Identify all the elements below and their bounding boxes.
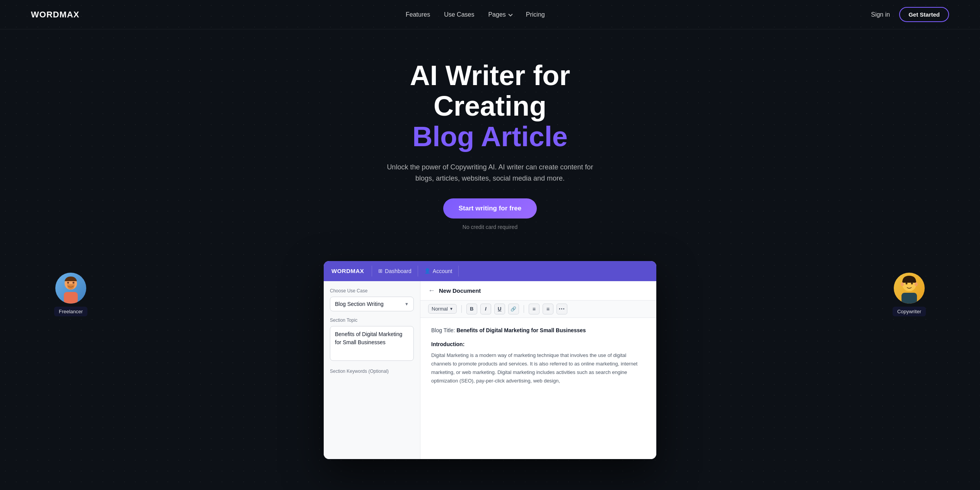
blog-title-line: Blog Title: Benefits of Digital Marketin… <box>431 327 645 333</box>
back-arrow-icon[interactable]: ← <box>428 287 435 295</box>
app-window: WORDMAX ⊞ Dashboard 👤 Account Choose Use… <box>324 261 656 459</box>
intro-heading: Introduction: <box>431 341 645 347</box>
keywords-label: Section Keywords (Optional) <box>330 369 414 374</box>
nav-item-pages[interactable]: Pages <box>488 11 512 18</box>
hero-title: AI Writer for Creating Blog Article <box>355 60 625 152</box>
dashboard-icon: ⊞ <box>378 268 382 274</box>
nav-item-usecases[interactable]: Use Cases <box>444 11 474 18</box>
avatar-freelancer-image <box>55 273 86 304</box>
app-sidebar: Choose Use Case Blog Section Writing ▼ S… <box>324 281 420 459</box>
chevron-down-icon <box>508 12 512 16</box>
editor-content: Blog Title: Benefits of Digital Marketin… <box>420 318 656 459</box>
topic-textarea[interactable]: Benefits of Digital Marketing for Small … <box>330 326 414 361</box>
topbar-dashboard[interactable]: ⊞ Dashboard <box>372 266 418 277</box>
app-logo: WORDMAX <box>331 268 364 274</box>
get-started-button[interactable]: Get Started <box>899 7 949 22</box>
navbar: WORDMAX Features Use Cases Pages Pricing… <box>0 0 980 29</box>
avatar-copywriter-image <box>894 273 925 304</box>
freelancer-avatar-svg <box>55 273 86 304</box>
intro-text: Digital Marketing is a modern way of mar… <box>431 351 645 385</box>
more-options-button[interactable]: ⋯ <box>557 304 567 314</box>
use-case-select[interactable]: Blog Section Writing ▼ <box>330 297 414 311</box>
app-topbar: WORDMAX ⊞ Dashboard 👤 Account <box>324 261 656 281</box>
unordered-list-button[interactable]: ≡ <box>543 304 553 314</box>
italic-button[interactable]: I <box>480 304 491 314</box>
topbar-nav: ⊞ Dashboard 👤 Account <box>372 266 459 277</box>
nav-links: Features Use Cases Pages Pricing <box>406 11 545 18</box>
account-icon: 👤 <box>424 268 430 274</box>
svg-point-2 <box>67 282 69 283</box>
svg-point-5 <box>905 282 907 284</box>
avatar-copywriter: Copywriter <box>893 273 926 316</box>
copywriter-label: Copywriter <box>893 307 926 316</box>
cta-note: No credit card required <box>463 224 517 230</box>
underline-button[interactable]: U <box>494 304 505 314</box>
freelancer-label: Freelancer <box>54 307 87 316</box>
editor-header: ← New Document <box>420 281 656 300</box>
copywriter-avatar-svg <box>894 273 925 304</box>
app-body: Choose Use Case Blog Section Writing ▼ S… <box>324 281 656 459</box>
select-arrow-icon: ▼ <box>405 302 409 306</box>
nav-item-pricing[interactable]: Pricing <box>526 11 545 18</box>
svg-rect-9 <box>901 293 917 304</box>
nav-actions: Sign in Get Started <box>871 7 949 22</box>
bold-button[interactable]: B <box>466 304 477 314</box>
svg-rect-1 <box>64 292 78 304</box>
svg-point-6 <box>911 282 913 284</box>
svg-point-7 <box>901 282 904 286</box>
hero-section: AI Writer for Creating Blog Article Unlo… <box>0 29 980 246</box>
signin-button[interactable]: Sign in <box>871 11 890 18</box>
link-button[interactable]: 🔗 <box>508 304 519 314</box>
format-select[interactable]: Normal ▼ <box>428 304 457 314</box>
preview-section: Freelancer Copywriter WORDMA <box>0 253 980 459</box>
svg-point-3 <box>73 282 75 283</box>
editor-toolbar: Normal ▼ B I U 🔗 ≡ ≡ ⋯ <box>420 300 656 318</box>
editor-title: New Document <box>439 287 481 294</box>
svg-point-8 <box>915 282 918 286</box>
nav-item-features[interactable]: Features <box>406 11 430 18</box>
hero-subtitle: Unlock the power of Copywriting AI. AI w… <box>378 162 602 184</box>
avatar-freelancer: Freelancer <box>54 273 87 316</box>
cta-main-button[interactable]: Start writing for free <box>443 198 537 219</box>
topic-label: Section Topic <box>330 318 414 323</box>
toolbar-divider-2 <box>524 305 524 313</box>
app-editor: ← New Document Normal ▼ B I U 🔗 ≡ <box>420 281 656 459</box>
nav-logo[interactable]: WORDMAX <box>31 10 80 20</box>
hero-cta-area: Start writing for free No credit card re… <box>8 198 972 230</box>
topbar-account[interactable]: 👤 Account <box>418 266 459 277</box>
format-chevron-icon: ▼ <box>449 307 453 311</box>
ordered-list-button[interactable]: ≡ <box>529 304 540 314</box>
use-case-label: Choose Use Case <box>330 288 414 294</box>
toolbar-divider-1 <box>461 305 462 313</box>
